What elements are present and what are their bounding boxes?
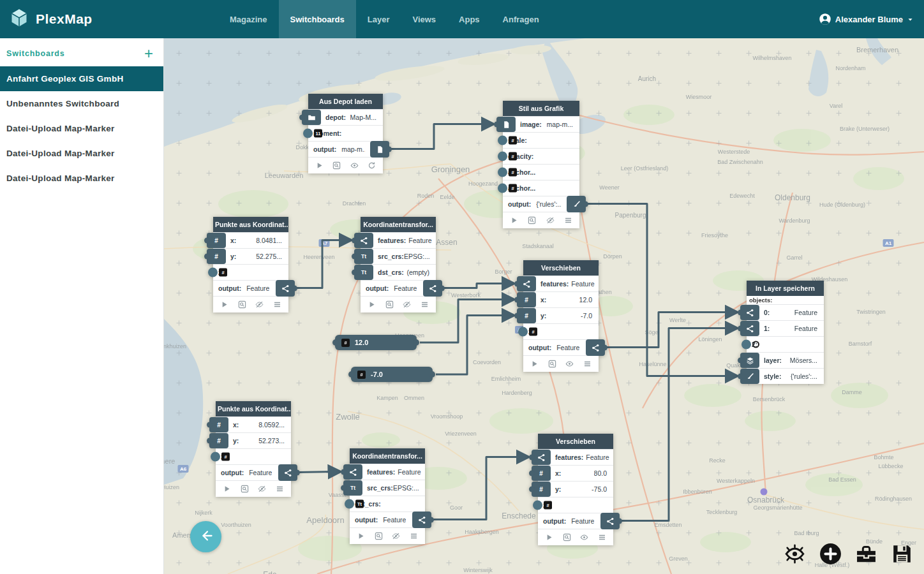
text-icon[interactable]: Tt bbox=[343, 480, 362, 496]
text-icon[interactable]: Tt bbox=[354, 249, 373, 264]
node-row-output[interactable]: output:Feature bbox=[361, 280, 436, 296]
share-icon[interactable] bbox=[412, 511, 431, 528]
node-punkte-aus-koordinaten-2[interactable]: Punkte aus Koordinat...#x:8.0592...#y:52… bbox=[216, 401, 291, 497]
node-row-y[interactable]: #y:52.273... bbox=[216, 432, 291, 448]
node-koordinatentransformation-1[interactable]: Koordinatentransfor...features:FeatureTt… bbox=[361, 217, 436, 313]
menu-icon[interactable] bbox=[564, 216, 572, 224]
eye-icon[interactable] bbox=[350, 161, 359, 170]
row-value[interactable]: Map-M... bbox=[350, 114, 379, 121]
share-icon[interactable] bbox=[517, 276, 536, 291]
node-title[interactable]: In Layer speichern bbox=[747, 281, 824, 296]
number-icon[interactable]: # bbox=[207, 249, 226, 264]
node-row-x[interactable]: #x:8.0592... bbox=[216, 416, 291, 432]
search-icon[interactable] bbox=[385, 300, 394, 309]
row-value[interactable]: Feature bbox=[586, 453, 609, 461]
node-row-y[interactable]: #y:52.275... bbox=[213, 248, 288, 264]
play-icon[interactable] bbox=[510, 216, 518, 224]
switchboard-canvas[interactable]: BremerhavenNordenhamWilhelmshavenAurichW… bbox=[164, 38, 924, 574]
number-icon[interactable]: # bbox=[517, 308, 536, 323]
node-row-srccrs[interactable]: Ttsrc_crs:EPSG:... bbox=[350, 480, 425, 496]
search-icon[interactable] bbox=[241, 485, 249, 493]
eye-off-icon[interactable] bbox=[546, 216, 555, 224]
node-koordinatentransformation-2[interactable]: Koordinatentransfor...features:FeatureTt… bbox=[350, 448, 425, 544]
node-row-image[interactable]: image:map-m... bbox=[503, 116, 579, 132]
menu-icon[interactable] bbox=[583, 360, 592, 368]
sidebar-item-3[interactable]: Datei-Upload Map-Marker bbox=[0, 141, 163, 166]
play-icon[interactable] bbox=[545, 533, 553, 541]
share-icon[interactable] bbox=[276, 280, 295, 297]
node-title[interactable]: Stil aus Grafik bbox=[503, 101, 579, 116]
node-row-features[interactable]: features:Feature bbox=[523, 276, 599, 291]
node-in-layer-speichern[interactable]: In Layer speichernobjects:0:Feature1:Fea… bbox=[747, 281, 824, 384]
collapse-sidebar-button[interactable] bbox=[190, 521, 221, 552]
eye-off-icon[interactable] bbox=[403, 300, 411, 309]
node-row-output[interactable]: output:{'rules':... bbox=[503, 196, 579, 212]
search-icon[interactable] bbox=[332, 161, 341, 170]
sidebar-item-2[interactable]: Datei-Upload Map-Marker bbox=[0, 116, 163, 141]
node-row-depot[interactable]: depot:Map-M... bbox=[308, 109, 383, 125]
node-stil-aus-grafik[interactable]: Stil aus Grafikimage:map-m...#scale:#opa… bbox=[503, 101, 579, 228]
share-icon[interactable] bbox=[354, 233, 373, 248]
row-value[interactable]: Feature bbox=[794, 325, 820, 332]
menu-icon[interactable] bbox=[276, 485, 284, 493]
row-value[interactable]: Feature bbox=[408, 237, 431, 244]
refresh-icon[interactable] bbox=[368, 161, 376, 170]
tab-views[interactable]: Views bbox=[401, 0, 447, 38]
number-icon[interactable]: # bbox=[532, 466, 551, 481]
sidebar-item-1[interactable]: Unbenanntes Switchboard bbox=[0, 91, 163, 116]
search-icon[interactable] bbox=[548, 360, 556, 368]
node-title[interactable]: Verschieben bbox=[523, 260, 599, 276]
search-icon[interactable] bbox=[528, 216, 536, 224]
file-icon[interactable] bbox=[370, 141, 389, 158]
number-icon[interactable]: # bbox=[207, 233, 226, 248]
visibility-icon[interactable] bbox=[783, 542, 807, 566]
node-row-anchor[interactable]: #anchor... bbox=[503, 180, 579, 196]
row-value[interactable]: map-m... bbox=[341, 145, 365, 153]
node-title[interactable]: Punkte aus Koordinat... bbox=[216, 401, 291, 416]
node-row-z[interactable]: #z: bbox=[216, 448, 291, 464]
value-chip-1[interactable]: #-7.0 bbox=[351, 367, 433, 382]
play-icon[interactable] bbox=[220, 300, 228, 309]
eye-off-icon[interactable] bbox=[258, 485, 266, 493]
row-value[interactable]: Feature bbox=[383, 516, 406, 524]
row-value[interactable]: -7.0 bbox=[581, 312, 595, 320]
sidebar-item-0[interactable]: Anfahrt Geoplex GIS GmbH bbox=[0, 66, 163, 91]
row-value[interactable]: Feature bbox=[556, 344, 579, 351]
node-row-z[interactable]: #z: bbox=[523, 323, 599, 339]
user-menu[interactable]: Alexander Blume bbox=[819, 0, 914, 38]
node-row-features[interactable]: features:Feature bbox=[361, 232, 436, 248]
menu-icon[interactable] bbox=[598, 533, 606, 541]
save-icon[interactable] bbox=[890, 542, 914, 566]
share-icon[interactable] bbox=[740, 305, 759, 320]
node-row-output[interactable]: output:Feature bbox=[538, 513, 613, 529]
value-chip-0[interactable]: #12.0 bbox=[335, 335, 417, 350]
row-value[interactable]: EPSG:... bbox=[404, 253, 432, 260]
node-row-style[interactable]: style:{'rules':... bbox=[747, 368, 824, 384]
node-row-z[interactable]: #z: bbox=[538, 497, 613, 513]
share-icon[interactable] bbox=[532, 450, 551, 465]
row-value[interactable]: {'rules':... bbox=[791, 372, 820, 380]
tab-layer[interactable]: Layer bbox=[356, 0, 401, 38]
node-row-output[interactable]: output:Feature bbox=[350, 511, 425, 527]
node-row-output[interactable]: output:Feature bbox=[213, 280, 288, 296]
node-row-x[interactable]: #x:80.0 bbox=[538, 465, 613, 481]
row-value[interactable]: 12.0 bbox=[579, 296, 595, 304]
node-aus-depot-laden[interactable]: Aus Depot ladendepot:Map-M...11moment:ou… bbox=[308, 94, 383, 173]
eye-off-icon[interactable] bbox=[392, 532, 400, 540]
sidebar-item-4[interactable]: Datei-Upload Map-Marker bbox=[0, 166, 163, 191]
layers-icon[interactable] bbox=[740, 353, 759, 368]
tab-magazine[interactable]: Magazine bbox=[218, 0, 279, 38]
number-icon[interactable]: # bbox=[209, 417, 228, 432]
unconnected-port[interactable] bbox=[741, 340, 751, 350]
node-row-output[interactable]: output:Feature bbox=[216, 464, 291, 480]
node-row-moment[interactable]: 11moment: bbox=[308, 125, 383, 141]
share-icon[interactable] bbox=[278, 464, 297, 481]
unconnected-port[interactable] bbox=[498, 184, 507, 193]
row-value[interactable]: 8.0481... bbox=[256, 237, 285, 244]
unconnected-port[interactable] bbox=[533, 501, 542, 510]
node-title[interactable]: Verschieben bbox=[538, 434, 613, 449]
node-title[interactable]: Koordinatentransfor... bbox=[361, 217, 436, 232]
node-row-dstcrs[interactable]: Ttdst_crs:(empty) bbox=[361, 264, 436, 280]
app-logo[interactable]: PlexMap bbox=[9, 0, 93, 38]
row-value[interactable]: Feature bbox=[246, 284, 269, 292]
